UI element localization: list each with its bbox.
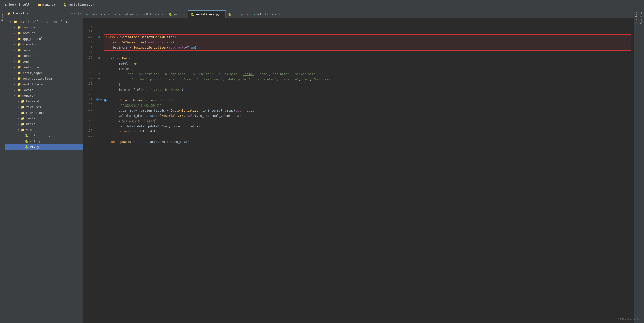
code-line-120 xyxy=(104,92,631,98)
tree-item-error-pages[interactable]: ▶ 📁 error_pages xyxy=(5,70,83,76)
breadcrumb-serializers[interactable]: 🐍 serializers.py xyxy=(61,3,96,7)
tree-item-blueking[interactable]: ▶ 📁 blueking xyxy=(5,41,83,47)
code-line-107 xyxy=(104,24,631,29)
code-line-122: """自定义清洗传入数据格式""" xyxy=(104,103,631,108)
tree-item-views[interactable]: ▼ 📁 views xyxy=(5,127,83,132)
python-file-icon: 🐍 xyxy=(25,145,29,149)
folder-icon: 📁 xyxy=(17,37,21,40)
tree-item-conf[interactable]: ▶ 📁 conf xyxy=(5,58,83,64)
favorites-strip: Favorites xyxy=(639,9,644,323)
settings-icon[interactable]: ⚙ xyxy=(74,12,76,15)
code-line-110: vc = VCSerializer(read_only=True) xyxy=(106,40,629,45)
tab-serializers[interactable]: 🐍 serializers.py ✕ xyxy=(188,10,226,18)
structure-label[interactable]: Z: Structure xyxy=(634,9,638,30)
tree-item-common[interactable]: ▶ 📁 common xyxy=(5,47,83,53)
bookmark-icon: ● xyxy=(104,99,106,102)
folder-icon: 📁 xyxy=(21,117,25,120)
tree-item-utils[interactable]: ▶ 📁 utils xyxy=(5,121,83,127)
highlight-region: class VMSerializer(BasicVMSeriablizer): … xyxy=(104,34,631,51)
tab-close-second[interactable]: ✕ xyxy=(137,13,138,16)
folder-icon: 📁 xyxy=(17,71,21,75)
code-line-128 xyxy=(104,134,631,139)
expand-arrow: ▼ xyxy=(10,20,13,23)
folder-icon: 📁 xyxy=(17,65,21,69)
tab-close-selectvm[interactable]: ✕ xyxy=(279,13,281,16)
code-line-118: ) xyxy=(104,82,631,87)
code-line-121: ● ↑ def to_internal_value(self, data): xyxy=(104,98,631,103)
code-line-123: data, many_foreign_fields = CustomSerial… xyxy=(104,108,631,113)
file-tree: ▼ 📁 host-intell [host-intell-mas ▶ 📁 .vs… xyxy=(5,18,83,323)
panel-dropdown-icon[interactable]: ▼ xyxy=(27,12,29,15)
tab-second[interactable]: ◈ Second.vue ✕ xyxy=(112,10,141,18)
favorites-label[interactable]: Favorites xyxy=(640,9,643,26)
code-line-129: def update(self, instance, validated_dat… xyxy=(104,139,631,145)
add-icon[interactable]: ⊕ xyxy=(71,12,73,15)
code-line-127: return validated_data xyxy=(104,129,631,134)
code-line-111: business = BusinessSerializer(read_only=… xyxy=(106,45,629,50)
breadcrumb-monitor[interactable]: 📁 monitor xyxy=(35,3,58,7)
code-line-117: 'ip', 'description', 'detail', 'config',… xyxy=(104,77,631,82)
tree-item-account[interactable]: ▶ 📁 account xyxy=(5,30,83,36)
tree-item-fixtures[interactable]: ▶ 📁 fixtures xyxy=(5,104,83,110)
vue-icon: ◈ xyxy=(86,12,88,16)
left-panel-strip: 1: Project xyxy=(0,9,5,323)
code-line-116: 'id', 'bk_host_id', 'bk_app_head', 'bk_u… xyxy=(104,71,631,77)
code-content[interactable]: ) class VMSerializer(BasicVMSeriablizer)… xyxy=(101,18,634,323)
tree-item-monitor[interactable]: ▼ 📁 monitor xyxy=(5,93,83,98)
structure-strip: Z: Structure xyxy=(634,9,639,323)
watermark: CSDN @Wonderful xyxy=(618,318,641,321)
tab-urls[interactable]: 🐍 urls.py ✕ xyxy=(226,10,251,18)
tree-item-locale[interactable]: ▶ 📁 locale xyxy=(5,87,83,93)
folder-icon: 📁 xyxy=(17,60,21,63)
folder-icon: 📁 xyxy=(17,25,21,29)
tree-item-rule[interactable]: 🐍 rule.py xyxy=(5,138,83,144)
tree-root[interactable]: ▼ 📁 host-intell [host-intell-mas xyxy=(5,19,83,24)
tab-close-vm[interactable]: ✕ xyxy=(184,13,186,16)
tree-item-host-frontend[interactable]: ▶ 📁 host_frontend xyxy=(5,81,83,87)
code-line-115: fields = ( xyxy=(104,66,631,71)
panel-header: 📁 Project ▼ ⊕ ⚙ |◁ xyxy=(5,9,83,18)
folder-icon: 📁 xyxy=(21,111,25,114)
folder-open-icon: 📁 xyxy=(17,94,21,97)
tab-close-urls[interactable]: ✕ xyxy=(247,13,248,16)
code-line-125: # 添加多对多和主外键关系 xyxy=(104,118,631,124)
folder-open-icon: 📁 xyxy=(21,128,25,131)
project-tab-label[interactable]: 1: Project xyxy=(1,9,4,27)
breadcrumb-host-intell[interactable]: 🖥 host-intell xyxy=(3,3,32,7)
tab-selectvm[interactable]: ◈ selectVm.vue ✕ xyxy=(251,10,284,18)
panel-folder-icon: 📁 xyxy=(7,12,11,15)
tab-vm[interactable]: 🐍 vm.py ✕ xyxy=(166,10,188,18)
python-file-icon: 🐍 xyxy=(25,134,29,137)
folder-icon: 📁 xyxy=(17,54,21,58)
vue-icon: ◈ xyxy=(114,12,116,16)
folder-icon: 📁 xyxy=(21,105,25,109)
tab-echart[interactable]: ◈ Echart.vue ✕ xyxy=(84,10,112,18)
tree-item-vscode[interactable]: ▶ 📁 .vscode xyxy=(5,24,83,30)
tree-item-app-control[interactable]: ▶ 📁 app_control xyxy=(5,36,83,41)
python-icon: 🐍 xyxy=(63,3,67,7)
vue-icon: ◈ xyxy=(143,12,145,16)
tab-rule[interactable]: ◈ Rule.vue ✕ xyxy=(141,10,166,18)
folder-icon: 📁 xyxy=(17,48,21,52)
tree-item-component[interactable]: ▶ 📁 component xyxy=(5,53,83,58)
python-file-icon: 🐍 xyxy=(25,139,29,143)
folder-orange-icon: 📁 xyxy=(17,82,21,86)
tab-close-serializers[interactable]: ✕ xyxy=(222,13,223,16)
tree-item-configuration[interactable]: ▶ 📁 configuration xyxy=(5,64,83,70)
tab-close-echart[interactable]: ✕ xyxy=(108,13,110,16)
tree-item-migrations[interactable]: ▶ 📁 migrations xyxy=(5,110,83,115)
panel-title: Project xyxy=(12,12,25,15)
collapse-icon[interactable]: |◁ xyxy=(78,12,81,15)
tree-item-home-app[interactable]: ▶ 📁 home_application xyxy=(5,76,83,81)
tab-close-rule[interactable]: ✕ xyxy=(162,13,164,16)
tree-item-tests[interactable]: ▶ 📁 tests xyxy=(5,115,83,121)
line-numbers: 106 107 108 109 110 111 112 113 114 115 … xyxy=(84,18,96,323)
tree-item-init[interactable]: 🐍 __init__.py xyxy=(5,132,83,138)
code-line-124: validated_data = super(VMSerializer, sel… xyxy=(104,113,631,118)
folder-icon: 📁 xyxy=(17,43,21,46)
tree-item-backend[interactable]: ▶ 📁 backend xyxy=(5,98,83,104)
tab-bar: ◈ Echart.vue ✕ ◈ Second.vue ✕ ◈ Rule.vue… xyxy=(84,9,634,18)
vue-icon: ◈ xyxy=(254,12,255,16)
tree-item-vm[interactable]: 🐍 vm.py xyxy=(5,144,83,150)
project-panel: 📁 Project ▼ ⊕ ⚙ |◁ ▼ 📁 host-intell [host… xyxy=(5,9,84,323)
